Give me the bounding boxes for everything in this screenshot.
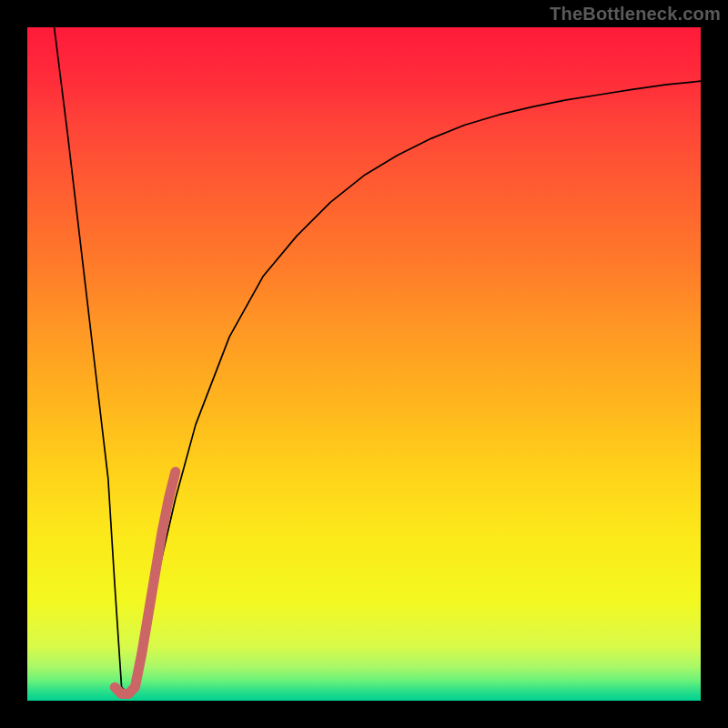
highlight-segment bbox=[115, 471, 176, 693]
watermark-text: TheBottleneck.com bbox=[550, 4, 721, 25]
chart-container: TheBottleneck.com bbox=[0, 0, 728, 728]
curve-layer bbox=[27, 27, 701, 701]
plot-area bbox=[27, 27, 701, 701]
